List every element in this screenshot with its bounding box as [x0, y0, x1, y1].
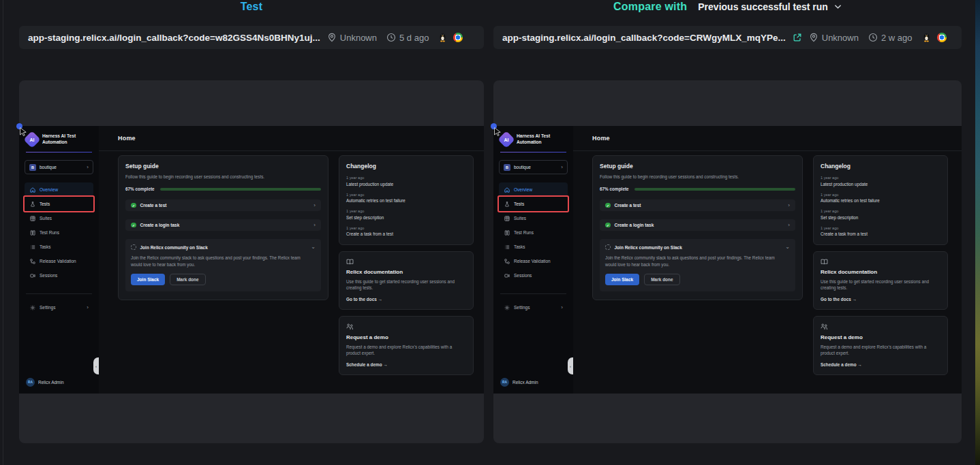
user-menu[interactable]: RA Relicx Admin — [25, 376, 93, 389]
environment-icons — [438, 33, 463, 42]
url-text: app-staging.relicx.ai/login_callback?cod… — [502, 33, 786, 43]
page-title: Home — [118, 135, 136, 142]
compare-title-row: Compare with Previous successful test ru… — [493, 0, 962, 14]
sidebar-item-settings[interactable]: Settings › — [499, 300, 568, 315]
changelog-card: Changelog 1 year ago Latest production u… — [813, 155, 948, 245]
location-meta: Unknown — [809, 33, 859, 43]
join-slack-button[interactable]: Join Slack — [605, 274, 639, 285]
sidebar-item-settings[interactable]: Settings › — [25, 300, 93, 315]
chevron-right-icon: › — [788, 203, 790, 208]
chevron-right-icon: › — [313, 223, 316, 228]
setup-item-create-login-task[interactable]: ✓ Create a login task › — [600, 219, 795, 231]
right-column: Changelog 1 year ago Latest production u… — [339, 155, 474, 375]
sidebar-item-release-validation[interactable]: Release Validation — [499, 254, 568, 268]
clock-icon — [868, 33, 878, 42]
external-link-icon[interactable] — [793, 33, 802, 42]
setup-progress: 67% complete — [125, 187, 321, 191]
compare-run-value: Previous successful test run — [698, 1, 828, 12]
setup-guide-subtitle: Follow this guide to begin recording use… — [600, 174, 795, 180]
join-slack-description: Join the Relicx community slack to ask q… — [131, 255, 306, 268]
panel-test: Test app-staging.relicx.ai/login_callbac… — [19, 0, 484, 465]
setup-guide-title: Setup guide — [600, 163, 795, 170]
sidebar-item-suites[interactable]: Suites — [25, 211, 93, 225]
sidebar-item-suites[interactable]: Suites — [499, 211, 568, 225]
right-column: Changelog 1 year ago Latest production u… — [813, 155, 948, 375]
chevron-down-icon: ⌄ — [311, 244, 316, 250]
project-badge: B — [29, 164, 36, 171]
setup-item-create-test[interactable]: ✓ Create a test › — [125, 199, 321, 211]
check-circle-icon: ✓ — [605, 203, 611, 208]
changelog-entry: 1 year ago Automatic retries on test fai… — [346, 193, 466, 204]
sidebar-spacer — [25, 315, 93, 376]
cursor-icon — [20, 127, 27, 136]
join-slack-header[interactable]: Join Relicx community on Slack ⌄ — [605, 244, 790, 250]
sidebar-divider — [500, 152, 566, 153]
go-to-docs-link[interactable]: Go to the docs → — [821, 297, 940, 302]
sidebar-collapse-handle[interactable]: ‹ — [568, 357, 573, 374]
grid-icon — [29, 215, 35, 221]
schedule-demo-link[interactable]: Schedule a demo → — [346, 362, 466, 367]
sidebar-item-sessions[interactable]: Sessions — [25, 268, 93, 283]
sidebar-divider — [26, 293, 92, 294]
sidebar-item-test-runs[interactable]: Test Runs — [499, 225, 568, 240]
test-title: Test — [241, 1, 263, 13]
project-selector[interactable]: B boutique › — [25, 160, 93, 174]
test-screenshot-container: AI Harness AI Test Automation B boutique… — [19, 80, 484, 443]
sidebar-divider — [500, 293, 566, 294]
sidebar-item-overview[interactable]: Overview — [499, 182, 568, 197]
test-url-bar[interactable]: app-staging.relicx.ai/login_callback?cod… — [19, 26, 484, 49]
project-badge: B — [504, 164, 510, 171]
user-menu[interactable]: RA Relicx Admin — [499, 376, 568, 389]
sidebar: AI Harness AI Test Automation B boutique… — [19, 126, 99, 394]
changelog-title: Changelog — [821, 163, 940, 170]
changelog-entry: 1 year ago Automatic retries on test fai… — [821, 193, 940, 204]
mark-done-button[interactable]: Mark done — [644, 274, 680, 285]
go-to-docs-link[interactable]: Go to the docs → — [346, 297, 466, 302]
request-demo-description: Request a demo and explore Relicx's capa… — [821, 344, 940, 357]
sidebar-item-overview[interactable]: Overview — [25, 182, 93, 197]
changelog-card: Changelog 1 year ago Latest production u… — [339, 155, 474, 245]
page-body: Setup guide Follow this guide to begin r… — [99, 151, 484, 375]
join-slack-header[interactable]: Join Relicx community on Slack ⌄ — [131, 244, 316, 250]
arrow-right-icon: → — [853, 297, 857, 302]
setup-guide-title: Setup guide — [125, 163, 321, 170]
setup-item-create-test[interactable]: ✓ Create a test › — [600, 199, 795, 211]
progress-bar — [634, 188, 795, 191]
click-marker — [491, 123, 497, 129]
linux-tux-icon — [922, 33, 931, 42]
compare-run-dropdown[interactable]: Previous successful test run — [698, 1, 842, 12]
arrow-right-icon: → — [378, 297, 382, 302]
compare-view: Test app-staging.relicx.ai/login_callbac… — [0, 0, 980, 465]
sidebar-item-release-validation[interactable]: Release Validation — [25, 254, 93, 268]
sidebar-item-sessions[interactable]: Sessions — [499, 268, 568, 283]
documentation-description: Use this guide to get started recording … — [346, 278, 466, 291]
people-icon — [346, 323, 466, 330]
user-name: Relicx Admin — [38, 380, 64, 385]
sidebar-item-tasks[interactable]: Tasks — [25, 240, 93, 254]
check-circle-icon: ✓ — [605, 223, 611, 228]
compare-url-bar[interactable]: app-staging.relicx.ai/login_callback?cod… — [493, 26, 962, 49]
location-pin-icon — [327, 33, 337, 42]
age-meta: 2 w ago — [868, 33, 913, 43]
join-slack-button[interactable]: Join Slack — [131, 274, 165, 285]
app-screenshot: AI Harness AI Test Automation B boutique… — [493, 126, 962, 394]
page-header: Home — [99, 126, 484, 151]
sidebar-collapse-handle[interactable]: ‹ — [93, 357, 99, 374]
flow-icon — [29, 258, 35, 264]
project-selector[interactable]: B boutique › — [499, 160, 568, 174]
video-icon — [504, 272, 510, 278]
sidebar-item-tests[interactable]: Tests — [25, 197, 93, 211]
sidebar-item-test-runs[interactable]: Test Runs — [25, 225, 93, 240]
grid-icon — [504, 215, 510, 221]
sidebar-item-tasks[interactable]: Tasks — [499, 240, 568, 254]
sidebar: AI Harness AI Test Automation B boutique… — [493, 126, 573, 394]
join-slack-description: Join the Relicx community slack to ask q… — [605, 255, 780, 268]
chevron-right-icon: › — [561, 305, 563, 310]
request-demo-title: Request a demo — [821, 334, 940, 340]
location-meta: Unknown — [327, 33, 377, 43]
mark-done-button[interactable]: Mark done — [170, 274, 206, 285]
setup-item-create-login-task[interactable]: ✓ Create a login task › — [125, 219, 321, 231]
sidebar-item-tests[interactable]: Tests — [499, 197, 568, 211]
environment-icons — [922, 33, 947, 42]
schedule-demo-link[interactable]: Schedule a demo → — [821, 362, 940, 367]
